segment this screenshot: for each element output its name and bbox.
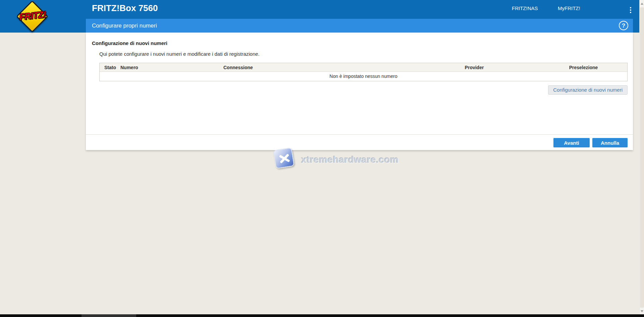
nav-link-fritznas[interactable]: FRITZ!NAS — [512, 5, 538, 11]
column-header-numero: Numero — [120, 65, 221, 70]
scrollbar-thumb[interactable] — [640, 7, 644, 308]
subheader-title: Configurare propri numeri — [92, 19, 157, 33]
column-header-preselezione: Preselezione — [540, 65, 627, 70]
numbers-table: Stato Numero Connessione Provider Presel… — [99, 63, 628, 81]
kebab-menu-icon[interactable] — [628, 6, 633, 14]
subheader-bar: Configurare propri numeri ? — [86, 19, 633, 33]
nav-link-myfritz[interactable]: MyFRITZ! — [558, 5, 580, 11]
column-header-provider: Provider — [409, 65, 540, 70]
column-header-stato: Stato — [100, 65, 120, 70]
footer-divider — [86, 134, 633, 135]
section-title: Configurazione di nuovi numeri — [92, 40, 167, 46]
vertical-scrollbar[interactable] — [639, 0, 644, 317]
content-card: Configurazione di nuovi numeri Qui potet… — [86, 33, 633, 150]
configure-new-numbers-button[interactable]: Configurazione di nuovi numeri — [548, 85, 628, 95]
column-header-connessione: Connessione — [221, 65, 409, 70]
scroll-up-icon[interactable] — [641, 3, 643, 5]
table-header-row: Stato Numero Connessione Provider Presel… — [100, 63, 627, 72]
section-description: Qui potete configurare i nuovi numeri e … — [99, 51, 260, 57]
xtremehardware-logo-icon — [273, 147, 294, 169]
bottom-edge-segment — [82, 314, 136, 317]
table-empty-row: Non è impostato nessun numero — [100, 72, 627, 81]
watermark: xtremehardware.com — [274, 149, 365, 170]
next-button[interactable]: Avanti — [553, 138, 590, 147]
bottom-edge-strip — [0, 314, 644, 317]
watermark-text: xtremehardware.com — [301, 154, 399, 165]
help-icon[interactable]: ? — [619, 21, 628, 30]
page-title: FRITZ!Box 7560 — [92, 3, 158, 13]
fritz-logo[interactable]: FRITZ! — [15, 1, 50, 33]
scroll-down-icon[interactable] — [641, 310, 643, 312]
fritz-logo-text: FRITZ! — [14, 9, 51, 23]
cancel-button[interactable]: Annulla — [592, 138, 628, 147]
